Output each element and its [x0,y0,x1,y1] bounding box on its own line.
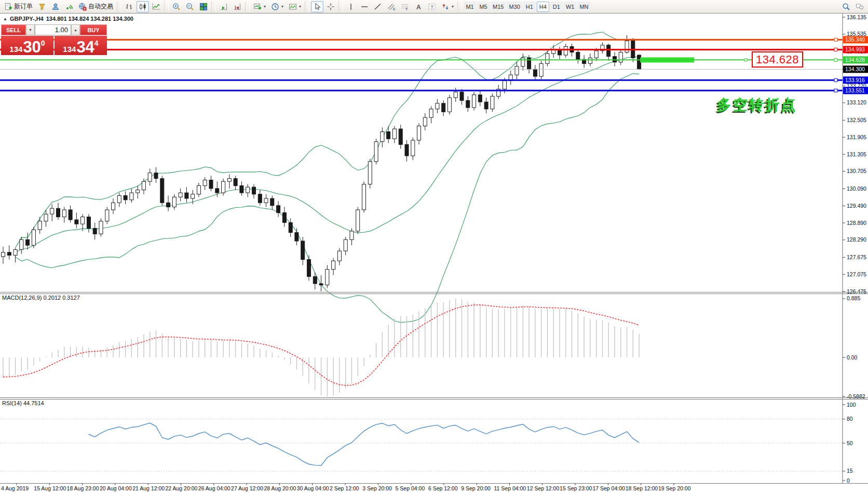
tf-d1-button[interactable]: D1 [550,2,563,12]
auto-scroll-button[interactable] [218,1,230,12]
buy-button[interactable]: BUY [80,24,107,35]
search-button[interactable] [840,1,852,12]
volume-input[interactable]: 1.00 [35,24,71,35]
candle-body [234,179,237,186]
price-annotation-box[interactable]: 134.628 [752,51,803,68]
pane-separator[interactable] [0,397,868,398]
price-axis[interactable]: 136.135135.535134.920134.300133.720133.1… [843,14,868,483]
tf-h1-button[interactable]: H1 [523,2,536,12]
sell-price[interactable]: 134 30 0 [1,36,53,55]
channel-button[interactable]: E [385,1,398,12]
vertical-line-button[interactable] [345,1,357,12]
pane-separator[interactable] [0,292,868,292]
tf-mn-button[interactable]: MN [577,2,590,12]
candle-body [436,103,439,109]
fibonacci-button[interactable]: F [399,1,411,12]
candle-body [619,52,622,62]
text-label-button[interactable]: T [426,1,438,12]
time-axis-label: 9 Sep 20:00 [461,485,491,491]
autotrading-button[interactable]: 自动交易 [76,1,115,12]
rsi-axis-label: 50 [847,440,853,446]
collapse-triangle-icon[interactable]: ▲ [3,17,7,21]
candle-body [332,261,335,269]
chinese-note-text[interactable]: 多空转折点 [717,95,797,115]
candle-body [344,239,347,251]
hline-anchor[interactable] [834,48,837,51]
templates-icon [289,3,297,11]
auto-scroll-icon [220,3,228,11]
templates-button[interactable]: ▾ [287,1,303,12]
candle-body [57,208,60,217]
candle-body [423,117,427,126]
line-chart-button[interactable] [150,1,162,12]
price-tick-label: 128.890 [847,220,866,226]
time-axis[interactable]: 4 Aug 201915 Aug 12:0018 Aug 23:0020 Aug… [1,483,691,491]
pane-separator[interactable] [0,399,868,399]
signals-icon [65,3,73,11]
hline-anchor[interactable] [744,59,747,61]
sell-button[interactable]: SELL [1,24,26,35]
candle-body [227,179,231,182]
tf-m5-button[interactable]: M5 [477,2,490,12]
chat-button[interactable] [853,1,866,12]
candle-body [124,196,127,200]
tf-w1-button[interactable]: W1 [564,2,577,12]
indicators-button[interactable]: ▾ [251,1,268,12]
tf-m1-button[interactable]: M1 [464,2,476,12]
horizontal-line-icon [360,3,369,11]
candle-body [289,223,292,233]
candle-body [307,260,311,277]
cursor-button[interactable] [311,1,323,12]
dropdown-caret-icon: ▾ [264,4,266,9]
zoom-out-button[interactable] [184,1,196,12]
autotrading-icon [78,3,87,11]
pane-separator[interactable] [0,294,868,294]
tf-m15-button[interactable]: M15 [491,2,506,12]
signals-button[interactable] [63,1,75,12]
tf-h4-button[interactable]: H4 [537,2,549,12]
text-icon: A [414,3,423,11]
pane-separator[interactable] [0,483,868,484]
chart-shift-icon [233,3,241,11]
svg-text:F: F [406,7,408,11]
tf-m30-button[interactable]: M30 [507,2,522,12]
candle-body [105,210,109,221]
macd-indicator: 0.8850.00-0.5882 [3,295,865,399]
horizontal-line-button[interactable] [358,1,371,12]
bar-chart-button[interactable] [123,1,135,12]
candle-body [472,95,476,108]
candlestick-chart-button[interactable] [137,1,149,12]
periods-button[interactable]: ▾ [269,1,286,12]
price-marker-label: 134.628 [845,57,865,63]
trendline-button[interactable] [372,1,384,12]
chart-shift-button[interactable] [231,1,243,12]
hline-anchor[interactable] [834,89,837,92]
svg-text:A: A [416,3,421,10]
crosshair-icon [327,3,335,11]
channel-icon: E [387,3,396,11]
candle-body [99,221,103,234]
buy-price[interactable]: 134 34 4 [55,36,107,55]
time-axis-label: 21 Aug 12:00 [132,485,165,491]
text-button[interactable]: A [412,1,425,12]
volume-up-button[interactable]: ▲ [71,24,80,35]
toolbar-separator [164,2,169,12]
hline-anchor[interactable] [834,38,837,41]
tile-windows-button[interactable] [197,1,210,12]
candle-body [515,66,519,75]
candle-body [460,92,464,100]
volume-down-button[interactable]: ▼ [26,24,35,35]
hline-anchor[interactable] [834,58,837,61]
market-watch-button[interactable] [36,1,48,12]
hline-anchor[interactable] [834,78,837,82]
zoom-in-button[interactable] [170,1,183,12]
bollinger-middle [16,57,640,252]
crosshair-button[interactable] [324,1,337,12]
chart-canvas[interactable]: 136.135135.535134.920134.300133.720133.1… [0,0,868,493]
price-tick-label: 128.290 [847,236,866,243]
candle-body [411,140,415,156]
community-button[interactable] [49,1,62,12]
arrows-button[interactable]: ▾ [439,1,456,12]
trendline-icon [374,3,382,11]
new-order-button[interactable]: 新订单 [2,1,35,12]
